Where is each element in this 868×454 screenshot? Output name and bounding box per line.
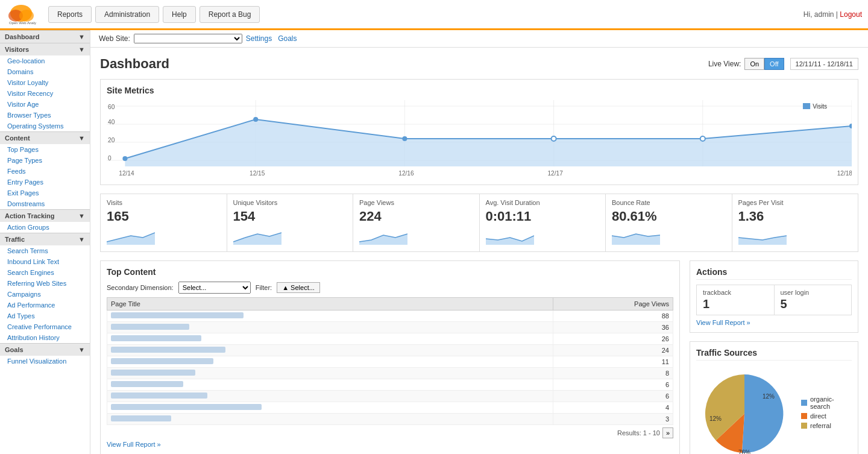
secondary-dimension-select[interactable]: Select... bbox=[178, 282, 251, 294]
live-view-off-button[interactable]: Off bbox=[764, 58, 784, 70]
svg-marker-31 bbox=[107, 233, 155, 245]
sidebar-action-tracking-label: Action Tracking bbox=[5, 212, 55, 219]
metric-value-page-views: 224 bbox=[359, 209, 473, 224]
legend-dot-organic-search bbox=[801, 400, 807, 406]
sidebar-item-browser-types[interactable]: Browser Types bbox=[0, 110, 90, 121]
sidebar-item-funnel-visualization[interactable]: Funnel Visualization bbox=[0, 356, 90, 367]
filter-select-button[interactable]: ▲ Select... bbox=[277, 282, 320, 293]
legend-direct: direct bbox=[801, 412, 852, 420]
traffic-chart-area: 12% 12% 76% organic-search bbox=[696, 365, 852, 454]
sidebar-item-search-terms[interactable]: Search Terms bbox=[0, 245, 90, 256]
secondary-dimension-label: Secondary Dimension: bbox=[107, 284, 174, 291]
svg-text:12%: 12% bbox=[763, 393, 775, 400]
sidebar-item-search-engines[interactable]: Search Engines bbox=[0, 267, 90, 278]
nav-bar: Reports Administration Help Report a Bug bbox=[48, 6, 804, 23]
legend-label-direct: direct bbox=[810, 412, 826, 420]
sidebar-item-domstreams[interactable]: Domstreams bbox=[0, 198, 90, 209]
logo-area: Open Web Analytics bbox=[6, 2, 36, 27]
sidebar-traffic-label: Traffic bbox=[5, 236, 25, 243]
metric-label-visits: Visits bbox=[107, 199, 221, 206]
svg-text:20: 20 bbox=[108, 137, 115, 143]
nav-help[interactable]: Help bbox=[163, 6, 196, 23]
top-content-title: Top Content bbox=[107, 267, 673, 277]
nav-administration[interactable]: Administration bbox=[95, 6, 159, 23]
legend-dot-referral bbox=[801, 423, 807, 429]
metric-card-bounce-rate: Bounce Rate 80.61% bbox=[606, 194, 732, 251]
svg-text:0: 0 bbox=[108, 155, 112, 162]
visits-chart: 0 20 40 60 12/14 12/15 12/16 12/17 12/18… bbox=[107, 100, 852, 178]
sidebar-item-ad-performance[interactable]: Ad Performance bbox=[0, 300, 90, 311]
cell-page-views: 11 bbox=[553, 356, 673, 368]
table-footer: Results: 1 - 10 » bbox=[107, 427, 673, 438]
legend-referral: referral bbox=[801, 422, 852, 429]
sidebar-item-operating-systems[interactable]: Operating Systems bbox=[0, 121, 90, 131]
metric-card-page-views: Page Views 224 bbox=[353, 194, 480, 251]
header-right: Hi, admin | Logout bbox=[804, 10, 862, 19]
date-range-picker[interactable]: 12/11/11 - 12/18/11 bbox=[790, 58, 858, 70]
legend-label-referral: referral bbox=[810, 422, 831, 429]
live-view-on-button[interactable]: On bbox=[744, 58, 764, 70]
website-selector[interactable] bbox=[134, 34, 242, 43]
metric-card-avg-visit-duration: Avg. Visit Duration 0:01:11 bbox=[480, 194, 606, 251]
table-row: 36 bbox=[107, 322, 673, 333]
sidebar-section-goals: Goals ▼ bbox=[0, 343, 90, 356]
sidebar-item-ad-types[interactable]: Ad Types bbox=[0, 311, 90, 321]
settings-link[interactable]: Settings bbox=[246, 34, 272, 43]
sidebar-item-attribution-history[interactable]: Attribution History bbox=[0, 332, 90, 343]
svg-text:12/15: 12/15 bbox=[250, 170, 265, 177]
metric-value-visits: 165 bbox=[107, 209, 221, 224]
svg-point-14 bbox=[122, 156, 127, 161]
sidebar-item-campaigns[interactable]: Campaigns bbox=[0, 289, 90, 300]
action-cell-trackback: trackback 1 bbox=[697, 285, 775, 315]
actions-title: Actions bbox=[696, 267, 852, 280]
sparkline-avg-visit-duration bbox=[486, 227, 534, 245]
website-bar: Web Site: Settings Goals bbox=[90, 30, 868, 48]
next-page-button[interactable]: » bbox=[662, 427, 673, 438]
cell-page-title bbox=[107, 391, 553, 402]
sidebar-dashboard-header: Dashboard ▼ bbox=[0, 30, 90, 43]
site-metrics-panel: Site Metrics bbox=[100, 79, 858, 185]
table-row: 6 bbox=[107, 379, 673, 391]
nav-reports[interactable]: Reports bbox=[48, 6, 92, 23]
actions-view-full-report[interactable]: View Full Report » bbox=[696, 319, 852, 326]
cell-page-title bbox=[107, 311, 553, 322]
col-header-page-title: Page Title bbox=[107, 298, 553, 311]
svg-text:Visits: Visits bbox=[813, 103, 827, 110]
sidebar-item-visitor-recency[interactable]: Visitor Recency bbox=[0, 88, 90, 99]
sidebar-item-inbound-link-text[interactable]: Inbound Link Text bbox=[0, 256, 90, 267]
cell-page-title bbox=[107, 333, 553, 345]
legend-dot-direct bbox=[801, 413, 807, 419]
table-row: 3 bbox=[107, 414, 673, 425]
sidebar-item-exit-pages[interactable]: Exit Pages bbox=[0, 188, 90, 198]
sidebar-item-action-groups[interactable]: Action Groups bbox=[0, 222, 90, 233]
sidebar-item-geo-location[interactable]: Geo-location bbox=[0, 55, 90, 66]
sidebar-item-visitor-age[interactable]: Visitor Age bbox=[0, 99, 90, 110]
table-row: 8 bbox=[107, 368, 673, 379]
sidebar-item-visitor-loyalty[interactable]: Visitor Loyalty bbox=[0, 77, 90, 88]
metric-card-unique-visitors: Unique Visitors 154 bbox=[227, 194, 354, 251]
sidebar-item-page-types[interactable]: Page Types bbox=[0, 155, 90, 166]
sidebar-item-referring-web-sites[interactable]: Referring Web Sites bbox=[0, 278, 90, 289]
cell-page-views: 24 bbox=[553, 345, 673, 356]
svg-text:60: 60 bbox=[108, 104, 115, 110]
svg-point-2 bbox=[19, 10, 34, 22]
dashboard-header: Dashboard Live View: On Off 12/11/11 - 1… bbox=[100, 56, 858, 72]
sidebar-item-creative-performance[interactable]: Creative Performance bbox=[0, 321, 90, 332]
cell-page-views: 26 bbox=[553, 333, 673, 345]
svg-text:12/14: 12/14 bbox=[119, 170, 134, 177]
sidebar-visitors-label: Visitors bbox=[5, 46, 29, 53]
goals-link[interactable]: Goals bbox=[278, 34, 297, 43]
sidebar-item-domains[interactable]: Domains bbox=[0, 66, 90, 77]
chart-area: 0 20 40 60 12/14 12/15 12/16 12/17 12/18… bbox=[107, 100, 852, 178]
logout-link[interactable]: Logout bbox=[840, 10, 862, 19]
cell-page-title bbox=[107, 402, 553, 414]
sparkline-pages-per-visit bbox=[738, 227, 787, 245]
sidebar-item-top-pages[interactable]: Top Pages bbox=[0, 144, 90, 155]
col-header-page-views: Page Views bbox=[553, 298, 673, 311]
view-full-report-link[interactable]: View Full Report » bbox=[107, 441, 673, 448]
traffic-sources-panel: Traffic Sources bbox=[690, 341, 858, 454]
sidebar-item-feeds[interactable]: Feeds bbox=[0, 166, 90, 177]
sidebar-item-entry-pages[interactable]: Entry Pages bbox=[0, 177, 90, 188]
cell-page-title bbox=[107, 368, 553, 379]
nav-report-bug[interactable]: Report a Bug bbox=[200, 6, 260, 23]
